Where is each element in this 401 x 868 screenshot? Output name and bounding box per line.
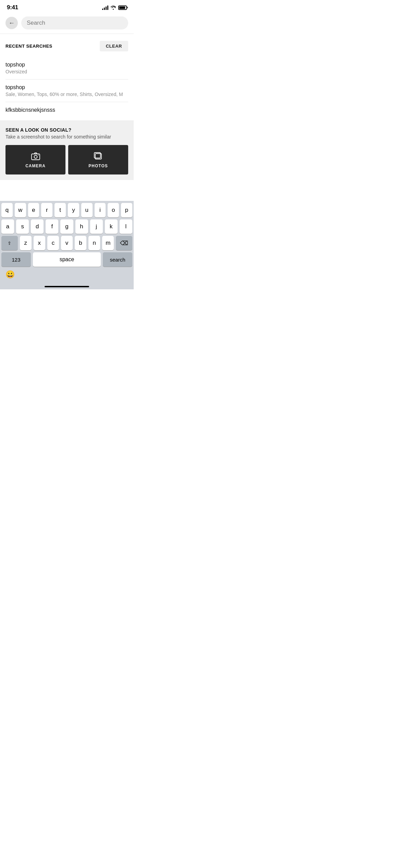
social-section-title: SEEN A LOOK ON SOCIAL?: [5, 127, 128, 133]
key-m[interactable]: m: [102, 236, 114, 250]
key-l[interactable]: l: [120, 219, 132, 234]
key-a[interactable]: a: [1, 219, 14, 234]
key-k[interactable]: k: [105, 219, 118, 234]
camera-icon: [31, 151, 40, 161]
delete-key[interactable]: ⌫: [116, 236, 132, 250]
emoji-key[interactable]: 😀: [5, 270, 15, 279]
search-item-1-subtitle: Oversized: [5, 69, 128, 74]
photos-button[interactable]: PHOTOS: [68, 145, 128, 174]
recent-searches-section: RECENT SEARCHES CLEAR topshop Oversized …: [0, 34, 134, 119]
home-indicator: [0, 286, 134, 289]
shift-key[interactable]: ⇧: [1, 236, 18, 250]
key-p[interactable]: p: [121, 203, 132, 217]
key-z[interactable]: z: [20, 236, 32, 250]
status-bar: 9:41: [0, 0, 134, 14]
key-w[interactable]: w: [15, 203, 26, 217]
space-key[interactable]: space: [33, 252, 101, 267]
key-x[interactable]: x: [34, 236, 45, 250]
photos-icon: [94, 151, 103, 161]
search-item-3-title: kfksbbicnsnekjsnsss: [5, 107, 128, 113]
social-section: SEEN A LOOK ON SOCIAL? Take a screenshot…: [0, 120, 134, 180]
search-item-2-subtitle: Sale, Women, Tops, 60% or more, Shirts, …: [5, 92, 128, 97]
social-section-subtitle: Take a screenshot to search for somethin…: [5, 134, 128, 140]
keyboard-row-3: ⇧ z x c v b n m ⌫: [0, 234, 134, 250]
status-time: 9:41: [7, 4, 18, 11]
search-item-2-title: topshop: [5, 84, 128, 91]
key-v[interactable]: v: [61, 236, 73, 250]
key-i[interactable]: i: [95, 203, 106, 217]
svg-rect-0: [32, 154, 40, 160]
search-item-3[interactable]: kfksbbicnsnekjsnsss: [5, 102, 128, 119]
search-item-1-title: topshop: [5, 62, 128, 68]
key-d[interactable]: d: [31, 219, 44, 234]
search-item-1[interactable]: topshop Oversized: [5, 57, 128, 80]
keyboard-bottom-row: 123 space search: [0, 250, 134, 268]
signal-icon: [102, 5, 108, 10]
key-h[interactable]: h: [75, 219, 88, 234]
key-e[interactable]: e: [28, 203, 39, 217]
key-n[interactable]: n: [88, 236, 100, 250]
status-icons: [102, 5, 127, 10]
svg-point-1: [34, 155, 37, 158]
camera-button[interactable]: CAMERA: [5, 145, 65, 174]
camera-button-label: CAMERA: [25, 164, 46, 168]
svg-point-2: [38, 155, 39, 156]
key-r[interactable]: r: [41, 203, 52, 217]
keyboard-emoji-row: 😀: [0, 268, 134, 286]
keyboard: q w e r t y u i o p a s d f g h j k l ⇧ …: [0, 201, 134, 289]
key-b[interactable]: b: [75, 236, 86, 250]
recent-searches-header: RECENT SEARCHES CLEAR: [5, 41, 128, 51]
key-j[interactable]: j: [90, 219, 103, 234]
search-item-2[interactable]: topshop Sale, Women, Tops, 60% or more, …: [5, 80, 128, 102]
key-o[interactable]: o: [108, 203, 119, 217]
back-arrow-icon: ←: [9, 20, 15, 27]
key-f[interactable]: f: [46, 219, 58, 234]
search-key[interactable]: search: [103, 252, 132, 267]
search-input[interactable]: [27, 20, 123, 26]
recent-searches-title: RECENT SEARCHES: [5, 44, 52, 49]
keyboard-row-2: a s d f g h j k l: [0, 217, 134, 234]
search-header: ←: [0, 14, 134, 34]
key-y[interactable]: y: [68, 203, 79, 217]
key-q[interactable]: q: [1, 203, 13, 217]
back-button[interactable]: ←: [5, 17, 18, 29]
wifi-icon: [110, 5, 116, 10]
photos-button-label: PHOTOS: [88, 164, 108, 168]
battery-icon: [118, 5, 127, 10]
numbers-key[interactable]: 123: [1, 252, 31, 267]
key-c[interactable]: c: [47, 236, 59, 250]
key-u[interactable]: u: [81, 203, 93, 217]
social-buttons: CAMERA PHOTOS: [5, 145, 128, 174]
keyboard-row-1: q w e r t y u i o p: [0, 201, 134, 217]
search-input-wrap[interactable]: [21, 16, 128, 29]
clear-button[interactable]: CLEAR: [100, 41, 128, 51]
key-s[interactable]: s: [16, 219, 29, 234]
key-t[interactable]: t: [54, 203, 66, 217]
key-g[interactable]: g: [60, 219, 73, 234]
